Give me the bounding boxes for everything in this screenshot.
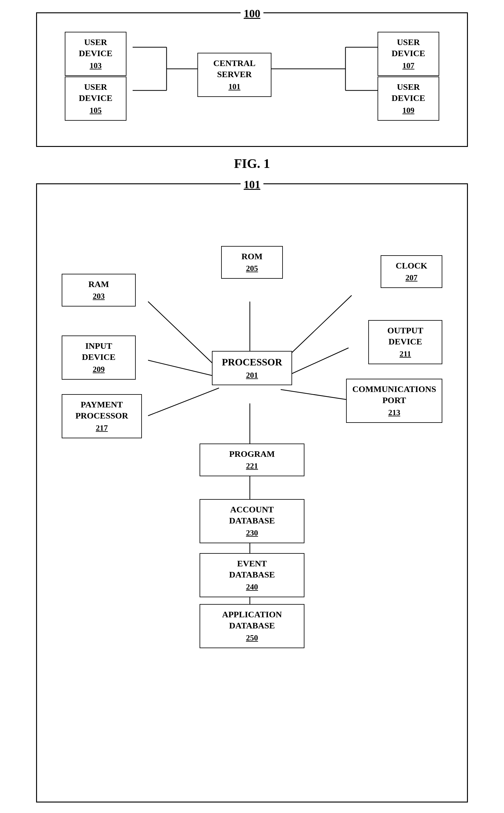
clock: CLOCK 207 xyxy=(381,255,442,288)
program: PROGRAM 221 xyxy=(200,444,304,476)
fig1-ref: 100 xyxy=(241,7,263,20)
rom: ROM 205 xyxy=(221,246,283,279)
fig1-caption: FIG. 1 xyxy=(234,156,270,171)
central-server: CENTRALSERVER 101 xyxy=(197,53,271,97)
fig2-caption: FIG. 2 xyxy=(234,812,270,813)
fig2-ref: 101 xyxy=(241,178,263,191)
ram: RAM 203 xyxy=(62,274,136,306)
input-device: INPUTDEVICE 209 xyxy=(62,335,136,379)
communications-port: COMMUNICATIONSPORT 213 xyxy=(346,379,442,423)
event-database: EVENTDATABASE 240 xyxy=(200,553,304,597)
output-device: OUTPUTDEVICE 211 xyxy=(368,320,442,364)
fig1-diagram: 100 xyxy=(36,12,468,147)
user-device-105: USERDEVICE 105 xyxy=(65,77,126,121)
user-device-109: USERDEVICE 109 xyxy=(378,77,439,121)
processor: PROCESSOR 201 xyxy=(212,351,292,385)
user-device-107: USERDEVICE 107 xyxy=(378,32,439,76)
application-database: APPLICATIONDATABASE 250 xyxy=(200,604,304,648)
payment-processor: PAYMENTPROCESSOR 217 xyxy=(62,394,142,438)
fig2-diagram: 101 xyxy=(36,183,468,803)
user-device-103: USERDEVICE 103 xyxy=(65,32,126,76)
account-database: ACCOUNTDATABASE 230 xyxy=(200,499,304,543)
